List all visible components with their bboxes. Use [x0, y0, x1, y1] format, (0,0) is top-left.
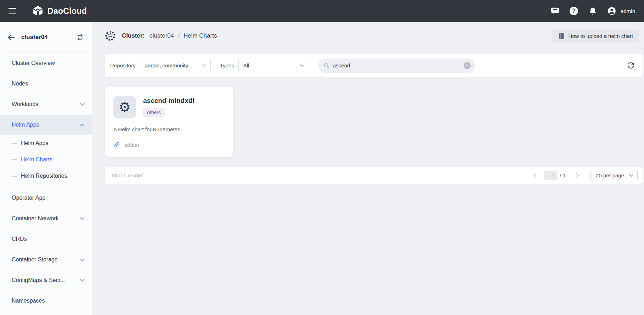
page-count: / 1 — [560, 172, 566, 178]
sidebar-header: cluster04 — [0, 22, 92, 52]
types-label: Types — [220, 62, 234, 68]
back-button[interactable] — [7, 33, 16, 42]
current-page[interactable]: 1 — [544, 171, 557, 180]
breadcrumb-label: Cluster: — [122, 32, 145, 39]
chart-category-badge: others — [143, 108, 165, 117]
helm-apps-submenu: Helm Apps Helm Charts Helm Repositories — [0, 135, 92, 184]
pagination-bar: Total 1 record 1 / 1 20 per page — [105, 167, 643, 184]
helm-chart-card[interactable]: ⚙ ascend-mindxdl others A Helm chart for… — [105, 87, 233, 157]
breadcrumb-cluster-link[interactable]: cluster04 — [149, 32, 174, 39]
sidebar-item-operator-app[interactable]: Operator App — [0, 188, 92, 208]
repository-select[interactable]: addon, community... — [140, 59, 211, 72]
chevron-down-icon — [300, 64, 305, 67]
chevron-up-icon — [80, 123, 85, 127]
chart-repo: addon — [113, 141, 225, 148]
chevron-down-icon — [80, 217, 85, 220]
username[interactable]: admin — [621, 8, 635, 14]
filter-bar: Repository addon, community... Types All — [105, 54, 643, 77]
breadcrumb: Cluster: cluster04 / Helm Charts How to … — [105, 28, 643, 43]
sidebar-item-helm-apps-group[interactable]: Helm Apps — [0, 115, 92, 135]
sidebar-nav: Cluster Overview Nodes Workloads Helm Ap… — [0, 53, 92, 311]
daocloud-logo-icon — [32, 5, 44, 17]
dash-icon — [12, 143, 17, 144]
messages-icon[interactable] — [550, 6, 560, 16]
clear-search-icon[interactable] — [464, 62, 471, 69]
brand-name: DaoCloud — [47, 6, 87, 16]
chevron-down-icon — [629, 174, 633, 177]
how-to-upload-button[interactable]: How to upload a helm chart — [552, 29, 639, 43]
sidebar-item-crds[interactable]: CRDs — [0, 229, 92, 249]
search-box — [318, 59, 475, 73]
chevron-down-icon — [80, 258, 85, 261]
types-select[interactable]: All — [238, 59, 309, 72]
brand: DaoCloud — [32, 5, 87, 17]
sidebar-item-container-network[interactable]: Container Network — [0, 208, 92, 229]
search-input[interactable] — [333, 62, 464, 68]
menu-toggle-button[interactable] — [9, 8, 17, 14]
next-page-button[interactable] — [572, 173, 583, 178]
help-icon[interactable] — [570, 7, 578, 15]
chevron-down-icon — [80, 279, 85, 282]
sidebar-item-helm-apps[interactable]: Helm Apps — [0, 135, 92, 151]
total-records: Total 1 record — [111, 172, 143, 178]
topbar: DaoCloud a — [0, 0, 644, 22]
sidebar-item-workloads[interactable]: Workloads — [0, 94, 92, 115]
refresh-icon[interactable] — [627, 61, 635, 70]
cluster-icon — [105, 30, 116, 42]
switch-cluster-icon[interactable] — [76, 33, 84, 41]
main-content: Cluster: cluster04 / Helm Charts How to … — [92, 22, 644, 315]
chart-name: ascend-mindxdl — [143, 97, 194, 105]
dash-icon — [12, 176, 17, 177]
chart-repo-name: addon — [124, 142, 139, 148]
notifications-icon[interactable] — [588, 6, 597, 16]
sidebar-item-namespaces[interactable]: Namespaces — [0, 291, 92, 311]
link-icon — [113, 141, 120, 148]
sidebar-item-helm-charts[interactable]: Helm Charts — [0, 151, 92, 168]
sidebar-item-helm-repositories[interactable]: Helm Repositories — [0, 168, 92, 184]
avatar[interactable] — [607, 6, 616, 16]
chart-gear-icon: ⚙ — [113, 96, 136, 118]
dash-icon — [12, 159, 17, 160]
pager: 1 / 1 20 per page — [530, 170, 638, 181]
sidebar-item-configmaps-secrets[interactable]: ConfigMaps & Secr... — [0, 270, 92, 291]
chevron-down-icon — [80, 103, 85, 106]
sidebar: cluster04 Cluster Overview Nodes Workloa… — [0, 22, 92, 315]
page-size-select[interactable]: 20 per page — [591, 170, 638, 181]
sidebar-item-cluster-overview[interactable]: Cluster Overview — [0, 53, 92, 73]
breadcrumb-separator: / — [178, 32, 180, 39]
book-icon — [558, 33, 565, 39]
sidebar-item-nodes[interactable]: Nodes — [0, 73, 92, 94]
cluster-name: cluster04 — [21, 34, 48, 41]
chevron-down-icon — [202, 64, 206, 67]
page-title: Helm Charts — [183, 32, 217, 39]
repository-label: Repository — [110, 62, 136, 68]
prev-page-button[interactable] — [530, 173, 540, 178]
search-icon — [323, 62, 330, 69]
sidebar-item-container-storage[interactable]: Container Storage — [0, 249, 92, 270]
topbar-actions: admin — [550, 6, 635, 16]
chart-description: A Helm chart for Kubernetes — [113, 126, 225, 132]
